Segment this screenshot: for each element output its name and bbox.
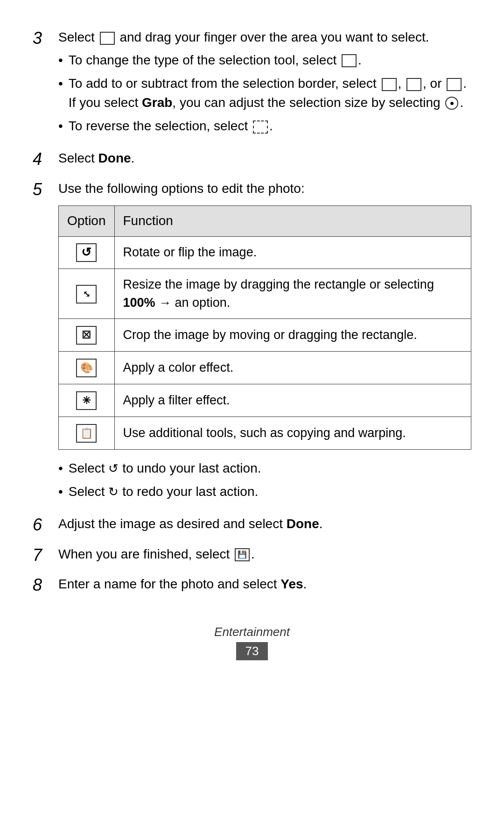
color-icon: 🎨 (76, 359, 97, 377)
table-header-option: Option (59, 206, 115, 237)
step-number-6: 6 (33, 515, 58, 535)
step-7: 7 When you are finished, select 💾. (33, 545, 471, 567)
bullet-3-1: To change the type of the selection tool… (58, 51, 471, 70)
step-content-7: When you are finished, select 💾. (58, 545, 471, 567)
step-number-8: 8 (33, 575, 58, 595)
table-row-color: 🎨 Apply a color effect. (59, 351, 471, 384)
table-row-resize: ⤡ Resize the image by dragging the recta… (59, 269, 471, 318)
table-cell-tools-icon: 📋 (59, 417, 115, 449)
step-number-5: 5 (33, 179, 58, 199)
table-cell-resize-icon: ⤡ (59, 269, 115, 318)
select-icon (100, 32, 115, 45)
table-cell-crop-function: Crop the image by moving or dragging the… (114, 319, 471, 352)
footer-page: 73 (236, 642, 268, 660)
bullet-3-3: To reverse the selection, select . (58, 117, 471, 136)
step-number-4: 4 (33, 149, 58, 169)
after-table-bullets: Select ↺ to undo your last action. Selec… (58, 459, 471, 502)
step-content-4: Select Done. (58, 149, 471, 171)
step-6: 6 Adjust the image as desired and select… (33, 515, 471, 537)
bullet-undo: Select ↺ to undo your last action. (58, 459, 471, 478)
table-row-crop: ☒ Crop the image by moving or dragging t… (59, 319, 471, 352)
step-7-main: When you are finished, select 💾. (58, 545, 471, 564)
selection-type-icon (342, 54, 357, 67)
step-content-8: Enter a name for the photo and select Ye… (58, 575, 471, 597)
table-cell-tools-function: Use additional tools, such as copying an… (114, 417, 471, 449)
step-8-main: Enter a name for the photo and select Ye… (58, 575, 471, 594)
table-cell-color-icon: 🎨 (59, 351, 115, 384)
step-3-bullets: To change the type of the selection tool… (58, 51, 471, 136)
step-5: 5 Use the following options to edit the … (33, 179, 471, 506)
grab-size-icon: ● (445, 97, 458, 110)
table-cell-filter-function: Apply a filter effect. (114, 384, 471, 417)
step-content-3: Select and drag your finger over the are… (58, 28, 471, 141)
step-content-6: Adjust the image as desired and select D… (58, 515, 471, 537)
crop-icon: ☒ (76, 326, 97, 345)
save-icon: 💾 (235, 548, 250, 561)
resize-icon: ⤡ (76, 285, 97, 304)
step-4-main: Select Done. (58, 149, 471, 168)
step-8: 8 Enter a name for the photo and select … (33, 575, 471, 597)
step-3: 3 Select and drag your finger over the a… (33, 28, 471, 141)
bullet-3-2: To add to or subtract from the selection… (58, 74, 471, 112)
add-icon (382, 78, 397, 91)
options-table: Option Function ↺ Rotate or flip the ima… (58, 205, 471, 450)
tools-icon: 📋 (76, 424, 97, 443)
step-5-main: Use the following options to edit the ph… (58, 179, 471, 198)
step-4: 4 Select Done. (33, 149, 471, 171)
footer: Entertainment 73 (33, 625, 471, 660)
intersect-icon (447, 78, 462, 91)
table-cell-resize-function: Resize the image by dragging the rectang… (114, 269, 471, 318)
table-row-rotate: ↺ Rotate or flip the image. (59, 236, 471, 269)
step-3-main: Select and drag your finger over the are… (58, 28, 471, 47)
bullet-redo: Select ↻ to redo your last action. (58, 482, 471, 502)
step-number-7: 7 (33, 545, 58, 565)
step-number-3: 3 (33, 28, 58, 48)
table-cell-color-function: Apply a color effect. (114, 351, 471, 384)
table-row-tools: 📋 Use additional tools, such as copying … (59, 417, 471, 449)
table-cell-rotate-function: Rotate or flip the image. (114, 236, 471, 269)
step-content-5: Use the following options to edit the ph… (58, 179, 471, 506)
step-6-main: Adjust the image as desired and select D… (58, 515, 471, 534)
subtract-icon (406, 78, 421, 91)
filter-icon: ✳ (76, 391, 97, 410)
footer-label: Entertainment (33, 625, 471, 639)
table-header-function: Function (114, 206, 471, 237)
table-cell-rotate-icon: ↺ (59, 236, 115, 269)
table-cell-crop-icon: ☒ (59, 319, 115, 352)
rotate-icon: ↺ (76, 243, 97, 262)
reverse-icon (253, 120, 268, 134)
table-cell-filter-icon: ✳ (59, 384, 115, 417)
table-row-filter: ✳ Apply a filter effect. (59, 384, 471, 417)
